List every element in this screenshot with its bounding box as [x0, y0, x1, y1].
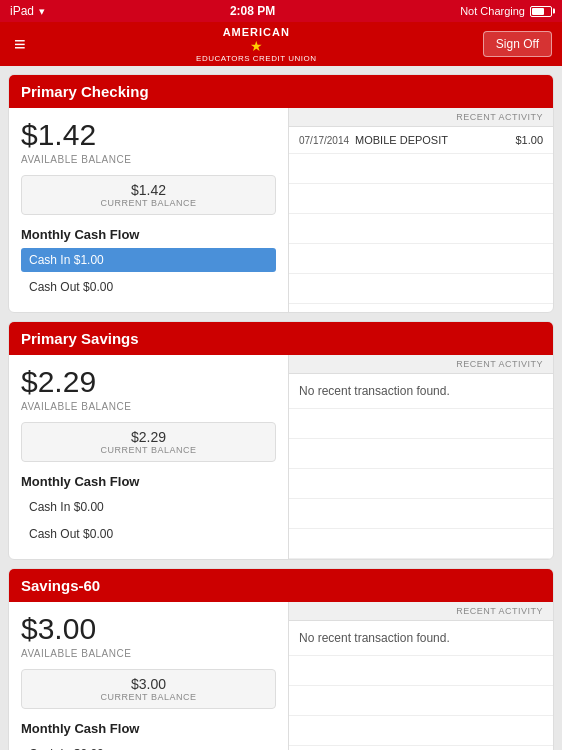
account-body-primary-checking: $1.42 AVAILABLE BALANCE $1.42 CURRENT BA…	[9, 108, 553, 312]
logo-bottom-line: EDUCATORS CREDIT UNION	[196, 54, 316, 63]
current-balance-amount-savings-60: $3.00	[32, 676, 265, 692]
current-balance-box-primary-savings: $2.29 CURRENT BALANCE	[21, 422, 276, 462]
cashflow-title-primary-savings: Monthly Cash Flow	[21, 474, 276, 489]
account-title-primary-checking: Primary Checking	[21, 83, 149, 100]
current-balance-label-primary-checking: CURRENT BALANCE	[32, 198, 265, 208]
cash-out-value-savings: $0.00	[83, 527, 113, 541]
cash-out-label-savings: Cash Out	[29, 527, 80, 541]
current-balance-label-savings-60: CURRENT BALANCE	[32, 692, 265, 702]
wifi-icon: ▾	[39, 5, 45, 18]
app-logo: AMERICAN ★ EDUCATORS CREDIT UNION	[196, 26, 316, 63]
logo-top-line: AMERICAN	[223, 26, 290, 38]
account-header-savings-60: Savings-60	[9, 569, 553, 602]
account-left-savings-60: $3.00 AVAILABLE BALANCE $3.00 CURRENT BA…	[9, 602, 289, 750]
available-label-primary-savings: AVAILABLE BALANCE	[21, 401, 276, 412]
status-time: 2:08 PM	[230, 4, 275, 18]
current-balance-amount-primary-checking: $1.42	[32, 182, 265, 198]
savings-empty-row-3	[289, 469, 553, 499]
account-title-primary-savings: Primary Savings	[21, 330, 139, 347]
savings-empty-row-5	[289, 529, 553, 559]
cashflow-title-savings-60: Monthly Cash Flow	[21, 721, 276, 736]
cash-in-primary-checking: Cash In $1.00	[21, 248, 276, 272]
cash-out-label: Cash Out	[29, 280, 80, 294]
transaction-desc-0: MOBILE DEPOSIT	[355, 134, 509, 146]
account-card-primary-savings: Primary Savings $2.29 AVAILABLE BALANCE …	[8, 321, 554, 560]
main-content: Primary Checking $1.42 AVAILABLE BALANCE…	[0, 66, 562, 750]
available-balance-primary-savings: $2.29	[21, 365, 276, 399]
cash-in-primary-savings: Cash In $0.00	[21, 495, 276, 519]
device-label: iPad	[10, 4, 34, 18]
current-balance-label-primary-savings: CURRENT BALANCE	[32, 445, 265, 455]
account-card-savings-60: Savings-60 $3.00 AVAILABLE BALANCE $3.00…	[8, 568, 554, 750]
savings-empty-row-4	[289, 499, 553, 529]
current-balance-box-savings-60: $3.00 CURRENT BALANCE	[21, 669, 276, 709]
cash-in-label-savings: Cash In	[29, 500, 70, 514]
account-body-primary-savings: $2.29 AVAILABLE BALANCE $2.29 CURRENT BA…	[9, 355, 553, 559]
account-left-primary-checking: $1.42 AVAILABLE BALANCE $1.42 CURRENT BA…	[9, 108, 289, 312]
empty-row-4	[289, 244, 553, 274]
s60-empty-row-1	[289, 656, 553, 686]
status-left: iPad ▾	[10, 4, 45, 18]
cash-in-label: Cash In	[29, 253, 70, 267]
account-card-primary-checking: Primary Checking $1.42 AVAILABLE BALANCE…	[8, 74, 554, 313]
transaction-row-0: 07/17/2014 MOBILE DEPOSIT $1.00	[289, 127, 553, 154]
sign-off-button[interactable]: Sign Off	[483, 31, 552, 57]
current-balance-box-primary-checking: $1.42 CURRENT BALANCE	[21, 175, 276, 215]
transaction-date-0: 07/17/2014	[299, 135, 349, 146]
logo-star-icon: ★	[250, 38, 263, 54]
s60-empty-row-2	[289, 686, 553, 716]
account-right-primary-checking: RECENT ACTIVITY 07/17/2014 MOBILE DEPOSI…	[289, 108, 553, 312]
transaction-amount-0: $1.00	[515, 134, 543, 146]
no-transactions-primary-savings: No recent transaction found.	[289, 374, 553, 409]
cash-out-primary-checking: Cash Out $0.00	[21, 275, 276, 299]
account-left-primary-savings: $2.29 AVAILABLE BALANCE $2.29 CURRENT BA…	[9, 355, 289, 559]
account-body-savings-60: $3.00 AVAILABLE BALANCE $3.00 CURRENT BA…	[9, 602, 553, 750]
available-balance-primary-checking: $1.42	[21, 118, 276, 152]
empty-row-5	[289, 274, 553, 304]
account-right-savings-60: RECENT ACTIVITY No recent transaction fo…	[289, 602, 553, 750]
savings-empty-row-1	[289, 409, 553, 439]
nav-bar: ≡ AMERICAN ★ EDUCATORS CREDIT UNION Sign…	[0, 22, 562, 66]
no-transactions-savings-60: No recent transaction found.	[289, 621, 553, 656]
account-header-primary-checking: Primary Checking	[9, 75, 553, 108]
s60-empty-row-3	[289, 716, 553, 746]
savings-empty-row-2	[289, 439, 553, 469]
empty-row-2	[289, 184, 553, 214]
cash-in-value-savings: $0.00	[74, 500, 104, 514]
current-balance-amount-primary-savings: $2.29	[32, 429, 265, 445]
recent-activity-header-primary-savings: RECENT ACTIVITY	[289, 355, 553, 374]
account-header-primary-savings: Primary Savings	[9, 322, 553, 355]
available-balance-savings-60: $3.00	[21, 612, 276, 646]
cash-out-primary-savings: Cash Out $0.00	[21, 522, 276, 546]
empty-row-1	[289, 154, 553, 184]
recent-activity-header-primary-checking: RECENT ACTIVITY	[289, 108, 553, 127]
status-bar: iPad ▾ 2:08 PM Not Charging	[0, 0, 562, 22]
charging-label: Not Charging	[460, 5, 525, 17]
battery-icon	[530, 6, 552, 17]
cash-in-savings-60: Cash In $0.00	[21, 742, 276, 750]
empty-row-3	[289, 214, 553, 244]
recent-activity-header-savings-60: RECENT ACTIVITY	[289, 602, 553, 621]
menu-button[interactable]: ≡	[10, 30, 30, 58]
account-title-savings-60: Savings-60	[21, 577, 100, 594]
status-right: Not Charging	[460, 5, 552, 17]
cashflow-title-primary-checking: Monthly Cash Flow	[21, 227, 276, 242]
cash-in-value: $1.00	[74, 253, 104, 267]
available-label-primary-checking: AVAILABLE BALANCE	[21, 154, 276, 165]
available-label-savings-60: AVAILABLE BALANCE	[21, 648, 276, 659]
account-right-primary-savings: RECENT ACTIVITY No recent transaction fo…	[289, 355, 553, 559]
cash-out-value: $0.00	[83, 280, 113, 294]
